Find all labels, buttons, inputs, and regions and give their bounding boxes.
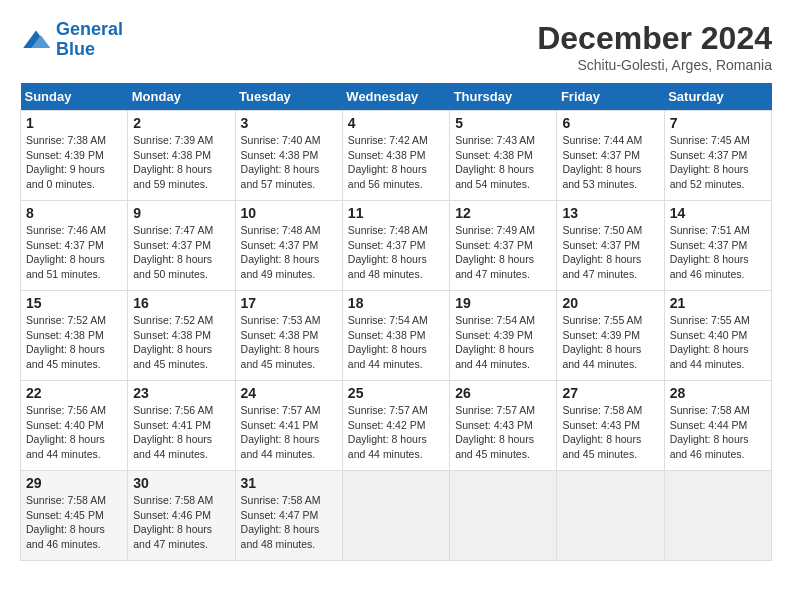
day-number: 17 [241,295,337,311]
day-info: Sunrise: 7:48 AMSunset: 4:37 PMDaylight:… [241,223,337,282]
calendar-cell [342,471,449,561]
day-info: Sunrise: 7:56 AMSunset: 4:40 PMDaylight:… [26,403,122,462]
day-info: Sunrise: 7:50 AMSunset: 4:37 PMDaylight:… [562,223,658,282]
day-number: 1 [26,115,122,131]
day-number: 16 [133,295,229,311]
day-info: Sunrise: 7:58 AMSunset: 4:46 PMDaylight:… [133,493,229,552]
day-info: Sunrise: 7:45 AMSunset: 4:37 PMDaylight:… [670,133,766,192]
day-number: 2 [133,115,229,131]
day-number: 15 [26,295,122,311]
calendar-cell: 3Sunrise: 7:40 AMSunset: 4:38 PMDaylight… [235,111,342,201]
day-header-tuesday: Tuesday [235,83,342,111]
calendar-cell: 21Sunrise: 7:55 AMSunset: 4:40 PMDayligh… [664,291,771,381]
day-number: 13 [562,205,658,221]
day-info: Sunrise: 7:57 AMSunset: 4:43 PMDaylight:… [455,403,551,462]
month-title: December 2024 [537,20,772,57]
calendar-week-4: 22Sunrise: 7:56 AMSunset: 4:40 PMDayligh… [21,381,772,471]
day-info: Sunrise: 7:52 AMSunset: 4:38 PMDaylight:… [26,313,122,372]
day-info: Sunrise: 7:40 AMSunset: 4:38 PMDaylight:… [241,133,337,192]
day-number: 29 [26,475,122,491]
day-info: Sunrise: 7:48 AMSunset: 4:37 PMDaylight:… [348,223,444,282]
day-number: 24 [241,385,337,401]
calendar-cell: 12Sunrise: 7:49 AMSunset: 4:37 PMDayligh… [450,201,557,291]
day-info: Sunrise: 7:57 AMSunset: 4:41 PMDaylight:… [241,403,337,462]
day-number: 10 [241,205,337,221]
day-info: Sunrise: 7:58 AMSunset: 4:47 PMDaylight:… [241,493,337,552]
day-number: 20 [562,295,658,311]
calendar-cell: 20Sunrise: 7:55 AMSunset: 4:39 PMDayligh… [557,291,664,381]
calendar-table: SundayMondayTuesdayWednesdayThursdayFrid… [20,83,772,561]
calendar-week-3: 15Sunrise: 7:52 AMSunset: 4:38 PMDayligh… [21,291,772,381]
calendar-cell: 24Sunrise: 7:57 AMSunset: 4:41 PMDayligh… [235,381,342,471]
calendar-cell: 19Sunrise: 7:54 AMSunset: 4:39 PMDayligh… [450,291,557,381]
day-header-monday: Monday [128,83,235,111]
logo-blue: Blue [56,39,95,59]
day-number: 4 [348,115,444,131]
day-info: Sunrise: 7:57 AMSunset: 4:42 PMDaylight:… [348,403,444,462]
day-info: Sunrise: 7:42 AMSunset: 4:38 PMDaylight:… [348,133,444,192]
calendar-cell: 13Sunrise: 7:50 AMSunset: 4:37 PMDayligh… [557,201,664,291]
day-header-saturday: Saturday [664,83,771,111]
title-block: December 2024 Schitu-Golesti, Arges, Rom… [537,20,772,73]
day-number: 22 [26,385,122,401]
day-info: Sunrise: 7:39 AMSunset: 4:38 PMDaylight:… [133,133,229,192]
calendar-cell: 31Sunrise: 7:58 AMSunset: 4:47 PMDayligh… [235,471,342,561]
calendar-week-5: 29Sunrise: 7:58 AMSunset: 4:45 PMDayligh… [21,471,772,561]
calendar-cell: 15Sunrise: 7:52 AMSunset: 4:38 PMDayligh… [21,291,128,381]
day-number: 21 [670,295,766,311]
calendar-cell: 9Sunrise: 7:47 AMSunset: 4:37 PMDaylight… [128,201,235,291]
day-info: Sunrise: 7:53 AMSunset: 4:38 PMDaylight:… [241,313,337,372]
day-info: Sunrise: 7:56 AMSunset: 4:41 PMDaylight:… [133,403,229,462]
calendar-cell: 22Sunrise: 7:56 AMSunset: 4:40 PMDayligh… [21,381,128,471]
calendar-cell: 7Sunrise: 7:45 AMSunset: 4:37 PMDaylight… [664,111,771,201]
day-info: Sunrise: 7:52 AMSunset: 4:38 PMDaylight:… [133,313,229,372]
calendar-cell: 14Sunrise: 7:51 AMSunset: 4:37 PMDayligh… [664,201,771,291]
calendar-cell: 2Sunrise: 7:39 AMSunset: 4:38 PMDaylight… [128,111,235,201]
subtitle: Schitu-Golesti, Arges, Romania [537,57,772,73]
calendar-cell [450,471,557,561]
day-info: Sunrise: 7:58 AMSunset: 4:44 PMDaylight:… [670,403,766,462]
logo-general: General [56,19,123,39]
day-number: 23 [133,385,229,401]
day-info: Sunrise: 7:49 AMSunset: 4:37 PMDaylight:… [455,223,551,282]
calendar-cell: 16Sunrise: 7:52 AMSunset: 4:38 PMDayligh… [128,291,235,381]
calendar-cell: 4Sunrise: 7:42 AMSunset: 4:38 PMDaylight… [342,111,449,201]
day-number: 27 [562,385,658,401]
day-info: Sunrise: 7:44 AMSunset: 4:37 PMDaylight:… [562,133,658,192]
day-header-sunday: Sunday [21,83,128,111]
day-info: Sunrise: 7:55 AMSunset: 4:40 PMDaylight:… [670,313,766,372]
day-number: 14 [670,205,766,221]
day-number: 11 [348,205,444,221]
day-number: 5 [455,115,551,131]
logo-icon [20,24,52,56]
calendar-cell: 6Sunrise: 7:44 AMSunset: 4:37 PMDaylight… [557,111,664,201]
day-info: Sunrise: 7:46 AMSunset: 4:37 PMDaylight:… [26,223,122,282]
day-info: Sunrise: 7:54 AMSunset: 4:39 PMDaylight:… [455,313,551,372]
day-number: 7 [670,115,766,131]
calendar-cell: 30Sunrise: 7:58 AMSunset: 4:46 PMDayligh… [128,471,235,561]
day-info: Sunrise: 7:51 AMSunset: 4:37 PMDaylight:… [670,223,766,282]
day-info: Sunrise: 7:55 AMSunset: 4:39 PMDaylight:… [562,313,658,372]
day-number: 6 [562,115,658,131]
day-number: 31 [241,475,337,491]
day-info: Sunrise: 7:43 AMSunset: 4:38 PMDaylight:… [455,133,551,192]
calendar-week-1: 1Sunrise: 7:38 AMSunset: 4:39 PMDaylight… [21,111,772,201]
day-number: 18 [348,295,444,311]
calendar-cell: 25Sunrise: 7:57 AMSunset: 4:42 PMDayligh… [342,381,449,471]
day-info: Sunrise: 7:58 AMSunset: 4:43 PMDaylight:… [562,403,658,462]
day-number: 19 [455,295,551,311]
day-info: Sunrise: 7:58 AMSunset: 4:45 PMDaylight:… [26,493,122,552]
logo-text: General Blue [56,20,123,60]
calendar-cell: 27Sunrise: 7:58 AMSunset: 4:43 PMDayligh… [557,381,664,471]
calendar-cell: 26Sunrise: 7:57 AMSunset: 4:43 PMDayligh… [450,381,557,471]
day-number: 8 [26,205,122,221]
calendar-cell: 10Sunrise: 7:48 AMSunset: 4:37 PMDayligh… [235,201,342,291]
calendar-cell: 23Sunrise: 7:56 AMSunset: 4:41 PMDayligh… [128,381,235,471]
day-info: Sunrise: 7:38 AMSunset: 4:39 PMDaylight:… [26,133,122,192]
calendar-header-row: SundayMondayTuesdayWednesdayThursdayFrid… [21,83,772,111]
calendar-cell: 17Sunrise: 7:53 AMSunset: 4:38 PMDayligh… [235,291,342,381]
day-number: 9 [133,205,229,221]
calendar-cell: 29Sunrise: 7:58 AMSunset: 4:45 PMDayligh… [21,471,128,561]
page-header: General Blue December 2024 Schitu-Golest… [20,20,772,73]
logo: General Blue [20,20,123,60]
